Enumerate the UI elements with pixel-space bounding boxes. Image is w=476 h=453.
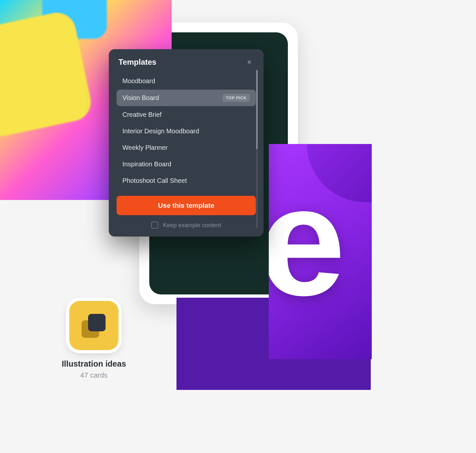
template-item-creative-brief[interactable]: Creative Brief [117,107,256,123]
top-pick-badge: TOP PICK [222,94,250,102]
template-item-interior-design-moodboard[interactable]: Interior Design Moodboard [117,123,256,139]
template-label: Moodboard [122,77,155,85]
folder-title: Illustration ideas [44,359,144,369]
template-list: Moodboard Vision Board TOP PICK Creative… [117,73,256,189]
templates-modal: Templates Moodboard Vision Board TOP PIC… [109,49,264,237]
template-label: Interior Design Moodboard [122,127,199,135]
folder-card-count: 47 cards [44,371,144,380]
scrollbar-thumb[interactable] [256,70,258,149]
keep-example-checkbox[interactable] [151,222,158,229]
keep-example-label: Keep example content [163,222,221,229]
folder-widget[interactable]: Illustration ideas 47 cards [44,301,144,380]
scrollbar-track[interactable] [256,70,258,228]
template-label: Photoshoot Call Sheet [122,177,187,184]
template-item-weekly-planner[interactable]: Weekly Planner [117,140,256,156]
template-label: Vision Board [122,94,159,102]
close-icon[interactable] [245,58,254,67]
template-item-vision-board[interactable]: Vision Board TOP PICK [117,90,256,106]
template-item-moodboard[interactable]: Moodboard [117,73,256,89]
stack-squares-icon [69,301,119,350]
template-label: Creative Brief [122,111,162,118]
template-item-inspiration-board[interactable]: Inspiration Board [117,156,256,172]
purple-e-logo-card: e [269,144,372,359]
template-label: Weekly Planner [122,144,168,151]
template-item-photoshoot-call-sheet[interactable]: Photoshoot Call Sheet [117,173,256,189]
use-template-button[interactable]: Use this template [117,196,256,215]
template-label: Inspiration Board [122,160,171,168]
modal-title: Templates [119,58,156,67]
